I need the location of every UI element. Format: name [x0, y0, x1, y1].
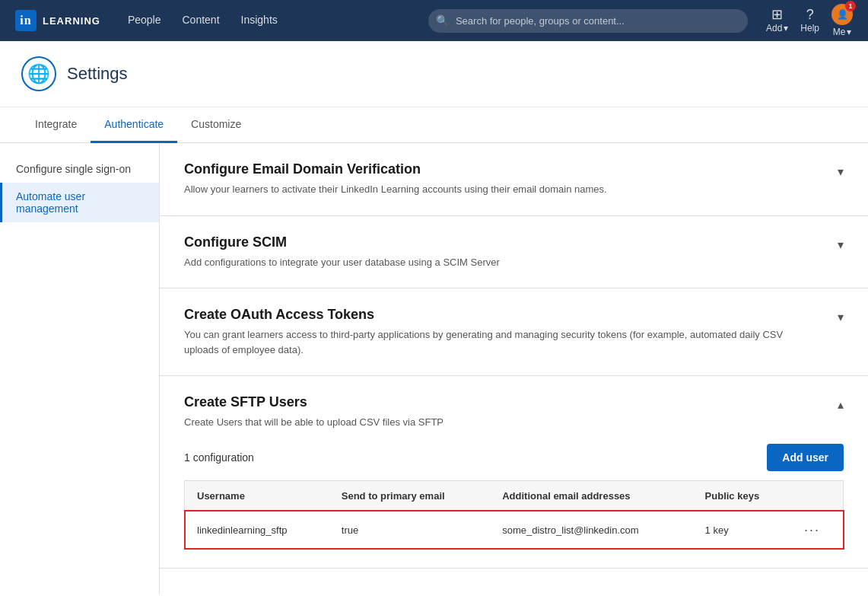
- email-domain-title: Configure Email Domain Verification: [184, 161, 607, 177]
- col-actions: [792, 480, 843, 511]
- email-domain-desc: Allow your learners to activate their Li…: [184, 182, 607, 197]
- sftp-controls: 1 configuration Add user: [184, 444, 844, 471]
- main-layout: Configure single sign-on Automate user m…: [0, 143, 868, 594]
- sidebar: Configure single sign-on Automate user m…: [0, 143, 160, 594]
- notification-badge: 1: [845, 1, 856, 11]
- nav-people[interactable]: People: [119, 0, 170, 41]
- tab-customize[interactable]: Customize: [177, 107, 255, 143]
- more-actions-button[interactable]: ···: [804, 522, 820, 538]
- page-title: Settings: [67, 64, 128, 84]
- search-icon: 🔍: [436, 14, 449, 27]
- sidebar-item-automate[interactable]: Automate user management: [0, 183, 159, 222]
- sftp-desc: Create Users that will be able to upload…: [184, 415, 444, 430]
- oauth-header[interactable]: Create OAuth Access Tokens You can grant…: [184, 307, 844, 357]
- table-header-row: Username Send to primary email Additiona…: [185, 480, 844, 511]
- scim-title: Configure SCIM: [184, 234, 500, 250]
- nav-insights[interactable]: Insights: [232, 0, 287, 41]
- search-input[interactable]: [428, 9, 748, 33]
- linkedin-icon: in: [15, 10, 37, 31]
- col-username: Username: [185, 480, 329, 511]
- email-domain-header[interactable]: Configure Email Domain Verification Allo…: [184, 161, 844, 197]
- cell-send-primary: true: [329, 511, 490, 549]
- page-header: 🌐 Settings: [0, 41, 868, 107]
- sftp-title: Create SFTP Users: [184, 394, 444, 410]
- nav-links: People Content Insights: [119, 0, 287, 41]
- tabs-bar: Integrate Authenticate Customize: [0, 107, 868, 143]
- nav-content[interactable]: Content: [173, 0, 228, 41]
- scim-desc: Add configurations to integrate your use…: [184, 255, 500, 270]
- scim-chevron[interactable]: ▾: [838, 237, 844, 252]
- me-button[interactable]: 👤 1 Me ▾: [831, 4, 853, 37]
- sftp-table: Username Send to primary email Additiona…: [184, 480, 844, 550]
- email-domain-section: Configure Email Domain Verification Allo…: [160, 143, 868, 216]
- scim-section: Configure SCIM Add configurations to int…: [160, 216, 868, 289]
- tab-integrate[interactable]: Integrate: [21, 107, 91, 143]
- avatar: 👤 1: [831, 4, 853, 25]
- tab-authenticate[interactable]: Authenticate: [91, 107, 177, 143]
- cell-more-actions: ···: [792, 511, 843, 549]
- scim-header[interactable]: Configure SCIM Add configurations to int…: [184, 234, 844, 270]
- col-public-keys: Public keys: [693, 480, 792, 511]
- oauth-section: Create OAuth Access Tokens You can grant…: [160, 288, 868, 376]
- globe-icon: 🌐: [21, 56, 56, 91]
- oauth-chevron[interactable]: ▾: [838, 310, 844, 324]
- table-row: linkedinlearning_sftp true some_distro_l…: [185, 511, 844, 549]
- oauth-desc: You can grant learners access to third-p…: [184, 327, 808, 357]
- help-button[interactable]: ? Help: [800, 8, 819, 33]
- col-additional-email: Additional email addresses: [490, 480, 692, 511]
- add-button[interactable]: ⊞ Add ▾: [766, 8, 788, 33]
- sftp-header[interactable]: Create SFTP Users Create Users that will…: [184, 394, 844, 430]
- oauth-title: Create OAuth Access Tokens: [184, 307, 808, 323]
- brand-logo[interactable]: in LEARNING: [15, 10, 100, 31]
- sidebar-item-sso[interactable]: Configure single sign-on: [0, 155, 159, 183]
- add-icon: ⊞: [771, 8, 783, 21]
- cell-additional-email: some_distro_list@linkedin.com: [490, 511, 692, 549]
- brand-name: LEARNING: [43, 15, 100, 27]
- add-user-button[interactable]: Add user: [767, 444, 844, 471]
- cell-public-keys: 1 key: [693, 511, 792, 549]
- search-bar: 🔍: [428, 9, 748, 33]
- cell-username: linkedinlearning_sftp: [185, 511, 329, 549]
- sftp-chevron[interactable]: ▴: [838, 397, 844, 412]
- top-navigation: in LEARNING People Content Insights 🔍 ⊞ …: [0, 0, 868, 41]
- help-label: Help: [800, 23, 819, 33]
- config-count: 1 configuration: [184, 451, 254, 464]
- help-icon: ?: [806, 8, 814, 21]
- content-area: Configure Email Domain Verification Allo…: [160, 143, 868, 594]
- sftp-section: Create SFTP Users Create Users that will…: [160, 376, 868, 569]
- col-primary-email: Send to primary email: [329, 480, 490, 511]
- add-label: Add ▾: [766, 23, 788, 33]
- sftp-config-area: 1 configuration Add user Username Send t…: [184, 444, 844, 550]
- nav-actions: ⊞ Add ▾ ? Help 👤 1 Me ▾: [766, 4, 853, 37]
- me-label: Me ▾: [833, 27, 852, 37]
- email-domain-chevron[interactable]: ▾: [838, 164, 844, 179]
